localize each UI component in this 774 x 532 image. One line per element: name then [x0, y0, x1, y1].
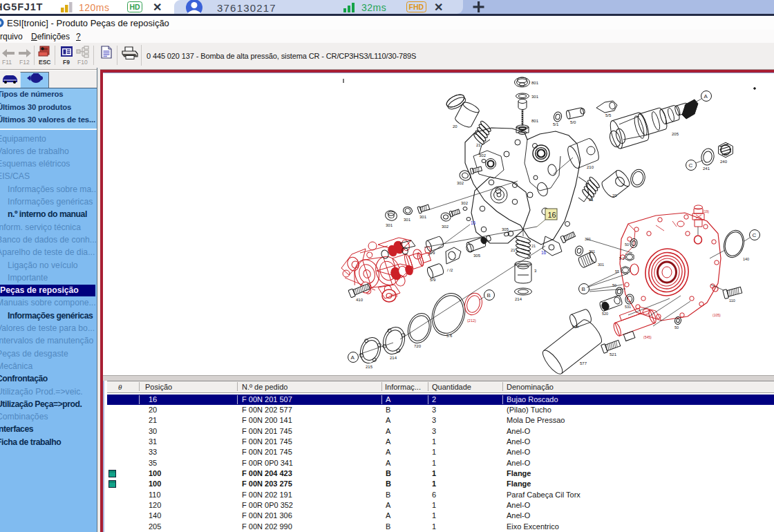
- svg-text:305: 305: [473, 254, 481, 258]
- svg-text:5/1: 5/1: [553, 122, 559, 126]
- svg-text:301: 301: [531, 95, 539, 99]
- svg-text:720: 720: [414, 344, 422, 348]
- svg-text:50: 50: [674, 325, 679, 330]
- svg-text:B: B: [582, 286, 585, 292]
- svg-text:5.6: 5.6: [446, 334, 453, 338]
- svg-text:C: C: [753, 232, 757, 238]
- svg-text:210: 210: [587, 165, 594, 169]
- svg-text:(212): (212): [467, 319, 476, 323]
- svg-text:21: 21: [531, 244, 536, 248]
- svg-text:A: A: [351, 354, 355, 361]
- svg-text:16: 16: [541, 250, 547, 255]
- svg-text:302: 302: [457, 181, 464, 185]
- svg-text:301: 301: [419, 215, 427, 219]
- svg-text:214: 214: [515, 297, 522, 301]
- svg-text:21: 21: [589, 198, 594, 202]
- svg-text:214: 214: [390, 356, 397, 360]
- svg-text:5 1: 5 1: [619, 256, 625, 260]
- svg-text:5/5: 5/5: [605, 113, 612, 117]
- svg-text:21: 21: [476, 143, 481, 147]
- svg-text:301: 301: [386, 223, 393, 227]
- svg-text:B: B: [487, 292, 491, 298]
- svg-text:520: 520: [602, 312, 608, 316]
- svg-text:577: 577: [580, 361, 587, 365]
- svg-text:241: 241: [703, 167, 710, 171]
- svg-text:20: 20: [612, 193, 617, 198]
- svg-text:302: 302: [461, 201, 469, 205]
- svg-text:50: 50: [612, 283, 616, 287]
- svg-text:531: 531: [625, 305, 631, 309]
- svg-text:302: 302: [479, 153, 487, 158]
- svg-text:215: 215: [366, 365, 373, 369]
- svg-text:3: 3: [534, 269, 537, 273]
- svg-text:110: 110: [729, 298, 735, 303]
- svg-text:801: 801: [531, 119, 539, 123]
- svg-text:140: 140: [743, 257, 749, 261]
- svg-text:(545): (545): [643, 335, 652, 339]
- svg-text:C: C: [689, 162, 693, 169]
- svg-text:301: 301: [589, 249, 595, 254]
- svg-text:205: 205: [672, 132, 679, 136]
- svg-text:(19): (19): [703, 209, 709, 213]
- svg-text:/ /2: / /2: [447, 268, 453, 272]
- svg-text:A: A: [704, 93, 708, 99]
- svg-text:521: 521: [610, 352, 617, 357]
- svg-text:21: 21: [511, 248, 516, 252]
- svg-text:5/0: 5/0: [570, 120, 576, 124]
- svg-text:305: 305: [502, 227, 509, 231]
- svg-text:301: 301: [585, 237, 591, 241]
- svg-text:16: 16: [471, 220, 476, 225]
- svg-text:5 /4: 5 /4: [572, 325, 578, 329]
- svg-text:16: 16: [548, 211, 556, 219]
- svg-text:801: 801: [531, 81, 539, 85]
- svg-text:50: 50: [625, 243, 629, 247]
- svg-text:301: 301: [598, 263, 604, 267]
- svg-text:301: 301: [404, 218, 411, 222]
- svg-text:(105): (105): [712, 313, 721, 317]
- svg-text:5/9: 5/9: [430, 278, 436, 282]
- svg-text:(400): (400): [390, 293, 398, 297]
- svg-text:302: 302: [442, 225, 449, 229]
- svg-text:240: 240: [720, 160, 728, 164]
- svg-text:20: 20: [453, 124, 457, 129]
- svg-text:410: 410: [356, 298, 364, 302]
